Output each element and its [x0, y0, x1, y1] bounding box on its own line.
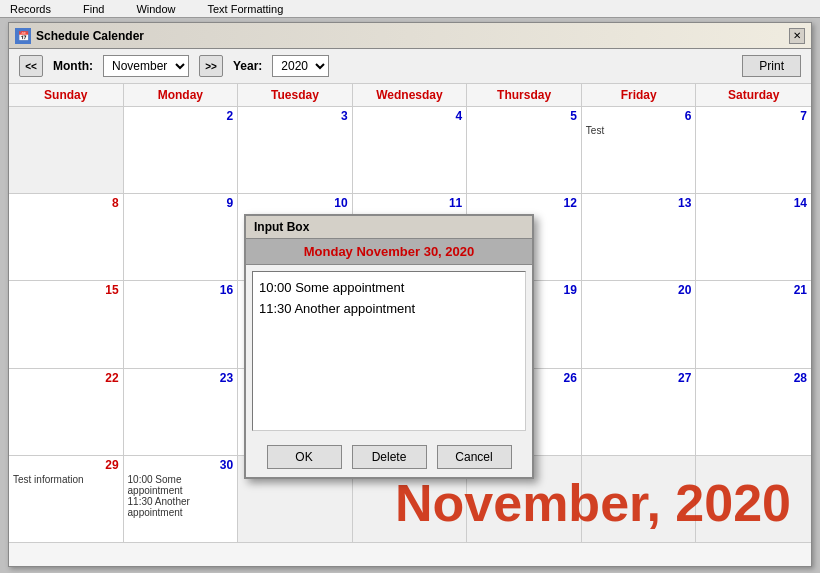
- menu-bar: Records Find Window Text Formatting: [0, 0, 820, 18]
- year-select[interactable]: 2020: [272, 55, 329, 77]
- year-label: Year:: [233, 59, 262, 73]
- dialog-buttons: OK Delete Cancel: [246, 437, 532, 477]
- menu-window[interactable]: Window: [130, 3, 181, 15]
- calendar-body: Sunday Monday Tuesday Wednesday Thursday…: [9, 84, 811, 543]
- dialog-header: Monday November 30, 2020: [246, 239, 532, 265]
- menu-text-formatting[interactable]: Text Formatting: [202, 3, 290, 15]
- dialog-body[interactable]: 10:00 Some appointment 11:30 Another app…: [252, 271, 526, 431]
- appointment-line-1: 10:00 Some appointment: [259, 278, 519, 299]
- month-select[interactable]: November: [103, 55, 189, 77]
- menu-find[interactable]: Find: [77, 3, 110, 15]
- print-button[interactable]: Print: [742, 55, 801, 77]
- appointment-line-2: 11:30 Another appointment: [259, 299, 519, 320]
- cancel-button[interactable]: Cancel: [437, 445, 512, 469]
- delete-button[interactable]: Delete: [352, 445, 427, 469]
- menu-records[interactable]: Records: [4, 3, 57, 15]
- toolbar: << Month: November >> Year: 2020 Print: [9, 49, 811, 84]
- input-dialog: Input Box Monday November 30, 2020 10:00…: [244, 214, 534, 479]
- title-bar-left: 📅 Schedule Calender: [15, 28, 144, 44]
- ok-button[interactable]: OK: [267, 445, 342, 469]
- dialog-overlay: Input Box Monday November 30, 2020 10:00…: [9, 84, 811, 543]
- month-label: Month:: [53, 59, 93, 73]
- next-month-button[interactable]: >>: [199, 55, 223, 77]
- prev-month-button[interactable]: <<: [19, 55, 43, 77]
- main-window: 📅 Schedule Calender ✕ << Month: November…: [8, 22, 812, 567]
- dialog-title: Input Box: [246, 216, 532, 239]
- window-title: Schedule Calender: [36, 29, 144, 43]
- close-button[interactable]: ✕: [789, 28, 805, 44]
- window-icon: 📅: [15, 28, 31, 44]
- title-bar: 📅 Schedule Calender ✕: [9, 23, 811, 49]
